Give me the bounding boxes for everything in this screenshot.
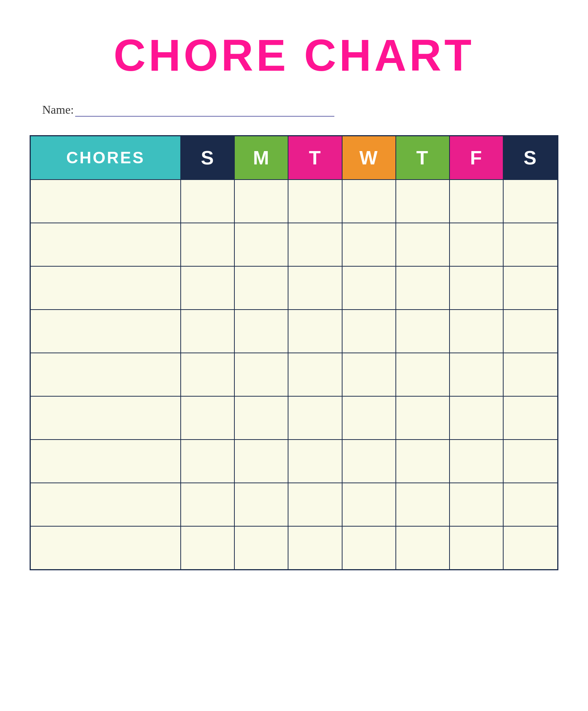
chore-cell-6-6 xyxy=(450,397,504,439)
chore-cell-6-2 xyxy=(235,397,288,439)
name-underline-line xyxy=(75,116,334,117)
chore-cell-2-2 xyxy=(235,223,288,266)
chore-cell-3-4 xyxy=(343,267,396,309)
header-chores: CHORES xyxy=(31,136,181,179)
header-day-0: S xyxy=(181,136,235,179)
chore-cell-8-5 xyxy=(396,483,450,526)
chore-cell-7-2 xyxy=(235,440,288,483)
chore-cell-2-3 xyxy=(288,223,342,266)
chore-cell-6-3 xyxy=(288,397,342,439)
chore-cell-2-1 xyxy=(181,223,235,266)
chore-cell-1-2 xyxy=(235,180,288,223)
chore-cell-8-7 xyxy=(504,483,557,526)
chore-cell-6-7 xyxy=(504,397,557,439)
chore-cell-7-4 xyxy=(343,440,396,483)
table-row xyxy=(31,396,557,439)
table-row xyxy=(31,353,557,396)
chore-cell-8-2 xyxy=(235,483,288,526)
chore-cell-7-3 xyxy=(288,440,342,483)
chore-cell-6-5 xyxy=(396,397,450,439)
chore-cell-7-5 xyxy=(396,440,450,483)
table-row xyxy=(31,223,557,266)
chore-cell-1-3 xyxy=(288,180,342,223)
chore-cell-6-0 xyxy=(31,397,181,439)
chore-cell-2-5 xyxy=(396,223,450,266)
chore-cell-5-5 xyxy=(396,353,450,396)
chore-cell-9-3 xyxy=(288,527,342,569)
chore-cell-2-6 xyxy=(450,223,504,266)
chore-cell-4-2 xyxy=(235,310,288,353)
chore-cell-5-7 xyxy=(504,353,557,396)
chore-cell-9-4 xyxy=(343,527,396,569)
chore-cell-3-7 xyxy=(504,267,557,309)
chore-cell-6-4 xyxy=(343,397,396,439)
chore-cell-8-1 xyxy=(181,483,235,526)
chore-cell-7-1 xyxy=(181,440,235,483)
chore-cell-9-1 xyxy=(181,527,235,569)
chore-cell-1-4 xyxy=(343,180,396,223)
chore-cell-3-0 xyxy=(31,267,181,309)
chore-cell-4-1 xyxy=(181,310,235,353)
chore-cell-1-5 xyxy=(396,180,450,223)
chore-cell-9-0 xyxy=(31,527,181,569)
chore-cell-7-7 xyxy=(504,440,557,483)
chore-cell-7-6 xyxy=(450,440,504,483)
name-row: Name: xyxy=(35,103,553,117)
chore-cell-4-6 xyxy=(450,310,504,353)
table-row xyxy=(31,483,557,526)
chore-cell-8-6 xyxy=(450,483,504,526)
chore-cell-1-7 xyxy=(504,180,557,223)
header-day-5: F xyxy=(450,136,504,179)
chore-cell-5-0 xyxy=(31,353,181,396)
chore-cell-4-3 xyxy=(288,310,342,353)
chore-cell-4-7 xyxy=(504,310,557,353)
chore-cell-2-4 xyxy=(343,223,396,266)
chore-cell-7-0 xyxy=(31,440,181,483)
chore-cell-9-7 xyxy=(504,527,557,569)
chore-cell-3-2 xyxy=(235,267,288,309)
header-day-4: T xyxy=(396,136,450,179)
chore-chart: CHORES S M T W T F S xyxy=(30,135,558,570)
chore-cell-5-1 xyxy=(181,353,235,396)
chart-header: CHORES S M T W T F S xyxy=(31,136,557,179)
chore-cell-3-1 xyxy=(181,267,235,309)
table-row xyxy=(31,439,557,483)
chart-body xyxy=(31,179,557,569)
chore-cell-3-6 xyxy=(450,267,504,309)
header-day-2: T xyxy=(288,136,342,179)
chore-cell-1-0 xyxy=(31,180,181,223)
chore-cell-5-4 xyxy=(343,353,396,396)
chore-cell-3-5 xyxy=(396,267,450,309)
chore-cell-5-3 xyxy=(288,353,342,396)
chore-cell-5-6 xyxy=(450,353,504,396)
table-row xyxy=(31,309,557,353)
chore-cell-6-1 xyxy=(181,397,235,439)
chore-cell-9-2 xyxy=(235,527,288,569)
chore-cell-9-5 xyxy=(396,527,450,569)
header-day-3: W xyxy=(343,136,396,179)
chore-cell-5-2 xyxy=(235,353,288,396)
table-row xyxy=(31,179,557,223)
header-day-1: M xyxy=(235,136,288,179)
chore-cell-8-4 xyxy=(343,483,396,526)
chore-cell-4-5 xyxy=(396,310,450,353)
chore-cell-2-7 xyxy=(504,223,557,266)
chore-cell-2-0 xyxy=(31,223,181,266)
chore-cell-4-0 xyxy=(31,310,181,353)
chore-cell-1-6 xyxy=(450,180,504,223)
page-title: CHORE CHART xyxy=(114,30,475,81)
chore-cell-8-0 xyxy=(31,483,181,526)
table-row xyxy=(31,526,557,569)
chore-cell-9-6 xyxy=(450,527,504,569)
chore-cell-4-4 xyxy=(343,310,396,353)
chore-cell-1-1 xyxy=(181,180,235,223)
table-row xyxy=(31,266,557,309)
chore-cell-8-3 xyxy=(288,483,342,526)
name-label: Name: xyxy=(42,103,74,117)
chore-cell-3-3 xyxy=(288,267,342,309)
header-day-6: S xyxy=(504,136,557,179)
